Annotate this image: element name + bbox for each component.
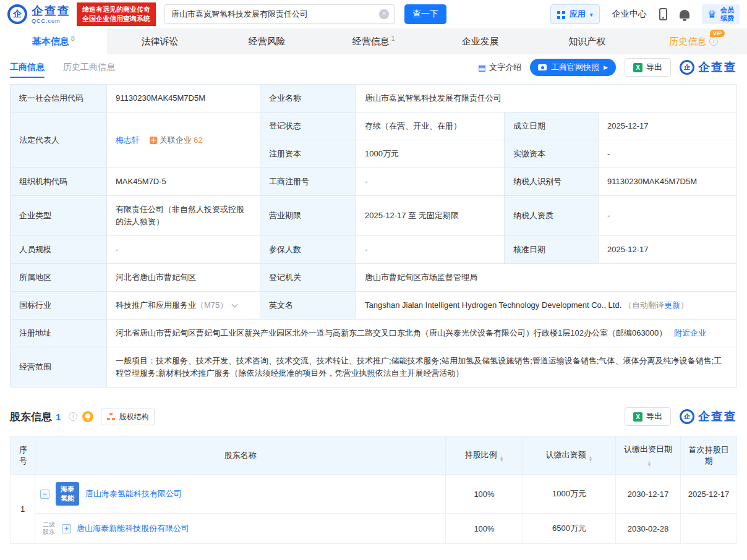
tab-badge: 8 xyxy=(71,35,75,42)
field-value-org-code: MAK45M7D-5 xyxy=(107,168,260,196)
qcc-logo-text: 企查查 QCC.com xyxy=(32,5,70,24)
shareholders-count: 1 xyxy=(56,412,61,422)
shareholder-row: 1 海泰 氢能 唐山海泰氢能科技有限公司 100% 1000万元 2030-12… xyxy=(11,475,737,514)
expand-button[interactable] xyxy=(62,524,71,533)
field-value-region: 河北省唐山市曹妃甸区 xyxy=(107,264,260,292)
shareholders-section-header: 股东信息 1 股权结构 导出 企查查 xyxy=(10,407,737,426)
tab-operation-info[interactable]: 经营信息1 xyxy=(320,28,427,54)
field-label-taxpayer-quality: 纳税人资质 xyxy=(505,196,599,236)
subtab-history-business-info[interactable]: 历史工商信息 xyxy=(63,54,115,80)
field-value-taxpayer-quality: - xyxy=(599,196,737,236)
sort-icon[interactable] xyxy=(589,456,593,462)
excel-icon xyxy=(633,63,642,72)
mobile-app-icon[interactable] xyxy=(659,8,667,20)
clear-search-icon[interactable] xyxy=(379,9,389,19)
field-value-credit-code: 91130230MAK45M7D5M xyxy=(107,85,260,112)
field-label-company-type: 企业类型 xyxy=(11,196,107,236)
col-header-amount[interactable]: 认缴出资额 xyxy=(523,436,616,475)
field-label-company-name: 企业名称 xyxy=(260,85,356,112)
field-value-registration-status: 存续（在营、开业、在册） xyxy=(356,112,505,140)
nearby-companies-link[interactable]: 附近企业 xyxy=(674,328,706,337)
chevron-down-icon xyxy=(590,11,593,18)
main-content: 统一社会信用代码 91130230MAK45M7D5M 企业名称 唐山市嘉岚智氢… xyxy=(0,80,747,544)
info-icon xyxy=(709,37,718,46)
field-value-staff-size: - xyxy=(107,236,260,264)
text-intro-link[interactable]: 文字介绍 xyxy=(478,62,521,73)
collapse-button[interactable] xyxy=(40,490,49,499)
field-value-industry: 科技推广和应用服务业（M75） xyxy=(107,292,260,320)
translation-update-link[interactable]: 更新 xyxy=(664,300,680,310)
legal-representative-link[interactable]: 梅志轩 xyxy=(116,135,140,145)
field-label-region: 所属地区 xyxy=(11,264,107,292)
tab-history-info[interactable]: VIP 历史信息 xyxy=(640,28,747,54)
apps-label: 应用 xyxy=(570,9,586,20)
shareholders-title: 股东信息 xyxy=(10,410,52,424)
vip-badge: VIP xyxy=(710,30,725,37)
apps-menu-button[interactable]: 应用 xyxy=(550,4,600,24)
search-input[interactable] xyxy=(164,4,395,24)
tab-legal-litigation[interactable]: 法律诉讼 xyxy=(107,28,214,54)
shareholder-ratio: 100% xyxy=(446,514,523,544)
shareholder-logo: 海泰 氢能 xyxy=(56,482,79,506)
shareholder-date: 2030-12-17 xyxy=(616,475,681,514)
qcc-watermark: 企查查 xyxy=(680,409,737,425)
sort-icon[interactable] xyxy=(500,456,504,462)
field-label-staff-size: 人员规模 xyxy=(11,236,107,264)
search-button[interactable]: 查一下 xyxy=(404,4,446,24)
field-label-taxpayer-id: 纳税人识别号 xyxy=(505,168,599,196)
shareholders-header-row: 序号 股东名称 持股比例 认缴出资额 认缴出资日期 首次持股日期 xyxy=(11,436,737,475)
shareholder-company-link[interactable]: 唐山海泰氢能科技有限公司 xyxy=(85,488,182,499)
logo-domain: QCC.com xyxy=(32,19,70,24)
subscribe-bell-icon[interactable] xyxy=(82,411,93,422)
shareholder-date: 2030-02-28 xyxy=(616,514,681,544)
apps-grid-icon xyxy=(557,11,565,19)
field-value-registration-authority: 唐山市曹妃甸区市场监督管理局 xyxy=(356,264,737,292)
field-value-company-type: 有限责任公司（非自然人投资或控股的法人独资） xyxy=(107,196,260,236)
shareholder-level-label: 二级 股东 xyxy=(41,521,56,536)
tab-intellectual-property[interactable]: 知识产权 xyxy=(534,28,641,54)
col-header-date[interactable]: 认缴出资日期 xyxy=(616,436,681,475)
chevron-down-icon[interactable] xyxy=(232,302,238,308)
field-label-establish-date: 成立日期 xyxy=(505,112,599,140)
col-header-index: 序号 xyxy=(11,436,35,475)
subtab-business-info[interactable]: 工商信息 xyxy=(10,54,45,80)
official-website-snapshot-button[interactable]: 工商官网快照 xyxy=(530,59,616,76)
col-header-first-date: 首次持股日期 xyxy=(681,436,737,475)
field-label-business-scope: 经营范围 xyxy=(11,347,107,388)
field-label-legal-representative: 法定代表人 xyxy=(11,112,107,168)
sort-icon[interactable] xyxy=(647,460,652,467)
tab-basic-info[interactable]: 基本信息8 xyxy=(0,28,107,54)
related-companies-icon xyxy=(150,137,157,144)
document-icon xyxy=(478,63,486,72)
qcc-logo[interactable]: 企查查 QCC.com xyxy=(7,4,70,24)
excel-icon xyxy=(633,412,642,422)
business-info-table: 统一社会信用代码 91130230MAK45M7D5M 企业名称 唐山市嘉岚智氢… xyxy=(10,84,737,388)
shareholder-sub-row: 二级 股东 唐山海泰新能科技股份有限公司 100% 6500万元 2030-02… xyxy=(11,514,737,544)
field-value-establish-date: 2025-12-17 xyxy=(599,112,737,140)
enterprise-center-link[interactable]: 企业中心 xyxy=(612,9,647,20)
qcc-logo-icon xyxy=(680,409,694,424)
field-label-credit-code: 统一社会信用代码 xyxy=(11,85,107,112)
shareholder-first-date: 2025-12-17 xyxy=(681,475,737,514)
field-value-legal-representative: 梅志轩 关联企业 62 xyxy=(107,112,260,168)
tab-company-development[interactable]: 企业发展 xyxy=(427,28,534,54)
shareholder-company-link[interactable]: 唐山海泰新能科技股份有限公司 xyxy=(77,523,189,534)
field-value-registration-number: - xyxy=(356,168,505,196)
col-header-name: 股东名称 xyxy=(35,436,446,475)
equity-structure-button[interactable]: 股权结构 xyxy=(101,409,155,425)
vip-renewal-button[interactable]: 会员 续费 xyxy=(702,4,740,24)
subnav-actions: 文字介绍 工商官网快照 导出 企查查 xyxy=(478,58,737,77)
qcc-logo-icon xyxy=(680,60,694,75)
field-label-registration-number: 工商注册号 xyxy=(260,168,356,196)
notification-bell-icon[interactable] xyxy=(680,10,689,19)
export-button[interactable]: 导出 xyxy=(625,58,671,77)
field-value-business-term: 2025-12-17 至 无固定期限 xyxy=(356,196,505,236)
qcc-watermark: 企查查 xyxy=(680,59,737,75)
export-button[interactable]: 导出 xyxy=(625,407,671,426)
field-label-registration-status: 登记状态 xyxy=(260,112,356,140)
col-header-ratio[interactable]: 持股比例 xyxy=(446,436,523,475)
top-header: 企查查 QCC.com 缔造有远见的商业传奇 全国企业信用查询系统 查一下 应用… xyxy=(0,0,747,28)
related-companies-link[interactable]: 关联企业 62 xyxy=(150,135,203,145)
tab-operation-risk[interactable]: 经营风险 xyxy=(213,28,320,54)
field-label-paid-capital: 实缴资本 xyxy=(505,140,599,168)
